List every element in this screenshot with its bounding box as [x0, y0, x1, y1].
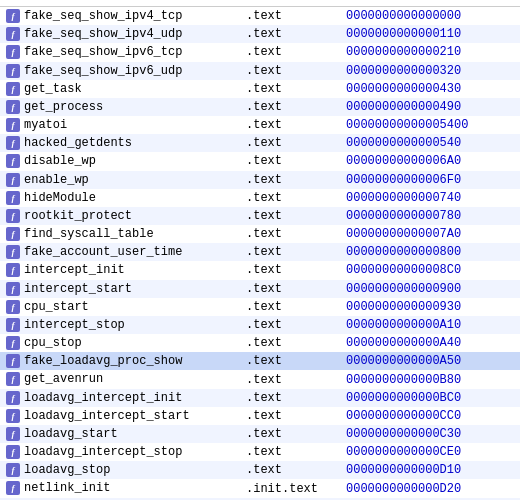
table-row[interactable]: ffake_seq_show_ipv6_tcp.text000000000000…: [0, 43, 520, 61]
segment-cell: .text: [240, 298, 340, 316]
function-name-cell: fintercept_stop: [0, 316, 240, 334]
function-name-cell: floadavg_stop: [0, 461, 240, 479]
start-address-cell: 0000000000000930: [340, 298, 520, 316]
start-address-cell: 0000000000000BC0: [340, 389, 520, 407]
table-row[interactable]: ffind_syscall_table.text00000000000007A0: [0, 225, 520, 243]
function-icon: f: [6, 409, 20, 423]
function-icon: f: [6, 64, 20, 78]
table-row[interactable]: fcpu_start.text0000000000000930: [0, 298, 520, 316]
function-name-cell: ffake_seq_show_ipv4_udp: [0, 25, 240, 43]
start-address-cell: 0000000000000A40: [340, 334, 520, 352]
function-icon: f: [6, 427, 20, 441]
function-icon: f: [6, 209, 20, 223]
table-container[interactable]: ffake_seq_show_ipv4_tcp.text000000000000…: [0, 0, 520, 500]
function-name-text: fake_seq_show_ipv4_tcp: [24, 9, 182, 23]
function-name-text: loadavg_intercept_start: [24, 409, 190, 423]
function-name-text: fake_loadavg_proc_show: [24, 354, 182, 368]
function-icon: f: [6, 481, 20, 495]
function-name-cell: fget_task: [0, 80, 240, 98]
start-address-cell: 00000000000005400: [340, 116, 520, 134]
segment-cell: .text: [240, 7, 340, 26]
start-address-cell: 0000000000000A50: [340, 352, 520, 370]
table-row[interactable]: fget_process.text0000000000000490: [0, 98, 520, 116]
function-name-text: hacked_getdents: [24, 136, 132, 150]
function-name-cell: fnetlink_init: [0, 479, 240, 497]
function-name-cell: fget_avenrun: [0, 370, 240, 388]
table-row[interactable]: fintercept_init.text00000000000008C0: [0, 261, 520, 279]
table-row[interactable]: fget_task.text0000000000000430: [0, 80, 520, 98]
table-row[interactable]: ffake_loadavg_proc_show.text000000000000…: [0, 352, 520, 370]
table-row[interactable]: fcpu_stop.text0000000000000A40: [0, 334, 520, 352]
function-icon: f: [6, 445, 20, 459]
segment-cell: .text: [240, 189, 340, 207]
table-row[interactable]: fhideModule.text0000000000000740: [0, 189, 520, 207]
start-address-cell: 0000000000000CC0: [340, 407, 520, 425]
function-name-cell: fintercept_init: [0, 261, 240, 279]
function-icon: f: [6, 136, 20, 150]
table-row[interactable]: ffake_seq_show_ipv6_udp.text000000000000…: [0, 62, 520, 80]
segment-cell: .text: [240, 98, 340, 116]
function-name-cell: fenable_wp: [0, 171, 240, 189]
table-row[interactable]: fintercept_stop.text0000000000000A10: [0, 316, 520, 334]
start-address-cell: 0000000000000540: [340, 134, 520, 152]
table-row[interactable]: floadavg_intercept_init.text000000000000…: [0, 389, 520, 407]
function-name-text: find_syscall_table: [24, 227, 154, 241]
segment-cell: .init.text: [240, 479, 340, 497]
function-name-text: get_avenrun: [24, 372, 103, 386]
table-row[interactable]: fnetlink_init.init.text0000000000000D20: [0, 479, 520, 497]
function-name-cell: ffake_seq_show_ipv6_tcp: [0, 43, 240, 61]
table-row[interactable]: floadavg_start.text0000000000000C30: [0, 425, 520, 443]
function-icon: f: [6, 282, 20, 296]
segment-cell: .text: [240, 407, 340, 425]
function-name-cell: fcpu_start: [0, 298, 240, 316]
start-address-cell: 00000000000006F0: [340, 171, 520, 189]
function-name-text: get_task: [24, 82, 82, 96]
function-name-text: rootkit_protect: [24, 209, 132, 223]
function-name-text: fake_seq_show_ipv4_udp: [24, 27, 182, 41]
segment-cell: .text: [240, 461, 340, 479]
segment-cell: .text: [240, 134, 340, 152]
table-row[interactable]: fdisable_wp.text00000000000006A0: [0, 152, 520, 170]
start-address-cell: 0000000000000C30: [340, 425, 520, 443]
function-name-cell: fhacked_getdents: [0, 134, 240, 152]
function-name-cell: ffake_seq_show_ipv4_tcp: [0, 7, 240, 26]
table-row[interactable]: floadavg_stop.text0000000000000D10: [0, 461, 520, 479]
table-row[interactable]: fget_avenrun.text0000000000000B80: [0, 370, 520, 388]
segment-cell: .text: [240, 62, 340, 80]
function-name-cell: fmyatoi: [0, 116, 240, 134]
start-address-cell: 0000000000000490: [340, 98, 520, 116]
function-name-cell: ffake_loadavg_proc_show: [0, 352, 240, 370]
function-icon: f: [6, 45, 20, 59]
table-row[interactable]: fintercept_start.text0000000000000900: [0, 280, 520, 298]
start-address-cell: 0000000000000000: [340, 7, 520, 26]
table-row[interactable]: ffake_account_user_time.text000000000000…: [0, 243, 520, 261]
table-row[interactable]: fenable_wp.text00000000000006F0: [0, 171, 520, 189]
function-name-text: loadavg_intercept_init: [24, 391, 182, 405]
function-name-cell: floadavg_start: [0, 425, 240, 443]
function-name-text: fake_seq_show_ipv6_tcp: [24, 45, 182, 59]
table-row[interactable]: ffake_seq_show_ipv4_udp.text000000000000…: [0, 25, 520, 43]
start-address-cell: 0000000000000D10: [340, 461, 520, 479]
table-row[interactable]: fmyatoi.text00000000000005400: [0, 116, 520, 134]
table-row[interactable]: fhacked_getdents.text0000000000000540: [0, 134, 520, 152]
segment-cell: .text: [240, 425, 340, 443]
function-name-text: cpu_start: [24, 300, 89, 314]
function-icon: f: [6, 391, 20, 405]
segment-cell: .text: [240, 389, 340, 407]
start-address-cell: 0000000000000780: [340, 207, 520, 225]
table-row[interactable]: floadavg_intercept_start.text00000000000…: [0, 407, 520, 425]
table-row[interactable]: frootkit_protect.text0000000000000780: [0, 207, 520, 225]
start-address-cell: 00000000000006A0: [340, 152, 520, 170]
segment-cell: .text: [240, 225, 340, 243]
segment-cell: .text: [240, 316, 340, 334]
function-name-text: disable_wp: [24, 154, 96, 168]
start-address-cell: 0000000000000320: [340, 62, 520, 80]
segment-cell: .text: [240, 334, 340, 352]
function-name-text: netlink_init: [24, 481, 110, 495]
table-row[interactable]: ffake_seq_show_ipv4_tcp.text000000000000…: [0, 7, 520, 26]
function-icon: f: [6, 9, 20, 23]
segment-cell: .text: [240, 207, 340, 225]
function-name-cell: floadavg_intercept_init: [0, 389, 240, 407]
segment-cell: .text: [240, 352, 340, 370]
table-row[interactable]: floadavg_intercept_stop.text000000000000…: [0, 443, 520, 461]
